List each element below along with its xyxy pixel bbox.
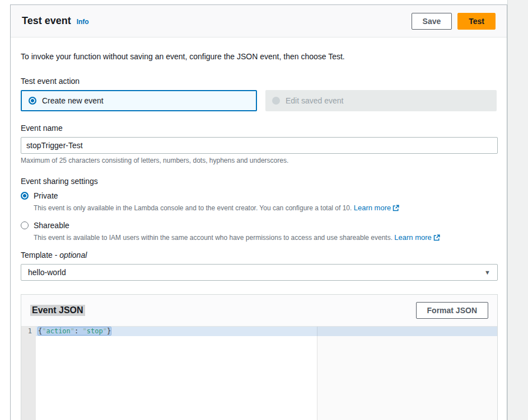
radio-selected-icon: [21, 192, 29, 200]
external-link-icon: [393, 205, 399, 213]
private-description-text: This event is only available in the Lamb…: [34, 204, 352, 212]
code-token: action: [46, 327, 70, 335]
event-name-helper: Maximum of 25 characters consisting of l…: [21, 157, 497, 164]
code-token: ": [83, 327, 87, 335]
test-event-action-label: Test event action: [21, 77, 497, 86]
radio-label-private: Private: [34, 191, 58, 200]
radio-row-private[interactable]: Private: [21, 191, 497, 200]
template-optional-text: optional: [59, 251, 87, 259]
code-token: ": [71, 327, 74, 335]
template-label-text: Template -: [21, 251, 59, 259]
test-event-card: Test event Info Save Test To invoke your…: [10, 4, 507, 420]
shareable-description-text: This event is available to IAM users wit…: [34, 234, 393, 242]
event-json-section: Event JSON Format JSON 1 {"action": "sto…: [21, 294, 498, 420]
event-sharing-field: Event sharing settings Private This even…: [21, 177, 497, 243]
code-token: :: [74, 327, 82, 335]
card-body: To invoke your function without saving a…: [11, 37, 507, 420]
private-description: This event is only available in the Lamb…: [34, 204, 497, 213]
editor-print-margin: [317, 327, 497, 420]
card-header: Test event Info Save Test: [11, 5, 507, 37]
code-token: ": [103, 327, 107, 335]
tile-label: Create new event: [42, 96, 104, 105]
editor-code-area[interactable]: {"action": "stop"}: [36, 327, 497, 420]
template-field: Template - optional hello-world ▼: [21, 251, 497, 281]
template-label: Template - optional: [21, 251, 497, 259]
event-json-title: Event JSON: [30, 305, 85, 316]
page-title: Test event: [22, 15, 71, 27]
code-line-1: {"action": "stop"}: [36, 327, 497, 336]
tile-edit-saved-event: Edit saved event: [265, 90, 497, 111]
event-json-header: Event JSON Format JSON: [21, 295, 497, 326]
editor-gutter: 1: [21, 327, 36, 420]
event-name-input[interactable]: [21, 137, 498, 154]
radio-disabled-icon: [272, 97, 280, 105]
line-number: 1: [21, 327, 32, 335]
radio-label-shareable: Shareable: [34, 221, 69, 230]
template-select[interactable]: hello-world ▼: [21, 264, 498, 281]
test-event-action-field: Test event action Create new event Edit …: [21, 77, 497, 111]
code-token: }: [107, 327, 111, 335]
external-link-icon: [433, 234, 440, 243]
selected-code-text: {"action": "stop"}: [38, 327, 111, 335]
event-sharing-label: Event sharing settings: [21, 177, 497, 186]
tile-create-new-event[interactable]: Create new event: [21, 90, 257, 111]
event-name-label: Event name: [21, 124, 497, 133]
json-code-editor[interactable]: 1 {"action": "stop"}: [21, 326, 497, 420]
chevron-down-icon: ▼: [484, 269, 490, 276]
header-actions: Save Test: [412, 13, 496, 30]
event-name-field: Event name Maximum of 25 characters cons…: [21, 124, 497, 164]
learn-more-label: Learn more: [394, 233, 431, 242]
save-button[interactable]: Save: [412, 13, 452, 30]
title-group: Test event Info: [22, 15, 89, 27]
intro-text: To invoke your function without saving a…: [21, 52, 497, 61]
template-selected-value: hello-world: [28, 268, 66, 277]
test-button[interactable]: Test: [457, 13, 496, 30]
learn-more-link-shareable[interactable]: Learn more: [394, 233, 440, 242]
learn-more-label: Learn more: [354, 204, 391, 212]
learn-more-link-private[interactable]: Learn more: [354, 204, 399, 212]
radio-row-shareable[interactable]: Shareable: [21, 221, 497, 230]
right-gutter-rail: [507, 0, 528, 420]
shareable-description: This event is available to IAM users wit…: [34, 233, 497, 243]
radio-selected-icon: [29, 97, 36, 105]
action-tiles: Create new event Edit saved event: [21, 90, 497, 111]
tile-label: Edit saved event: [286, 96, 344, 105]
code-token: stop: [87, 327, 103, 335]
radio-unselected-icon: [21, 221, 29, 229]
info-link[interactable]: Info: [77, 18, 89, 26]
test-event-page: Test event Info Save Test To invoke your…: [0, 0, 528, 420]
format-json-button[interactable]: Format JSON: [416, 302, 488, 319]
